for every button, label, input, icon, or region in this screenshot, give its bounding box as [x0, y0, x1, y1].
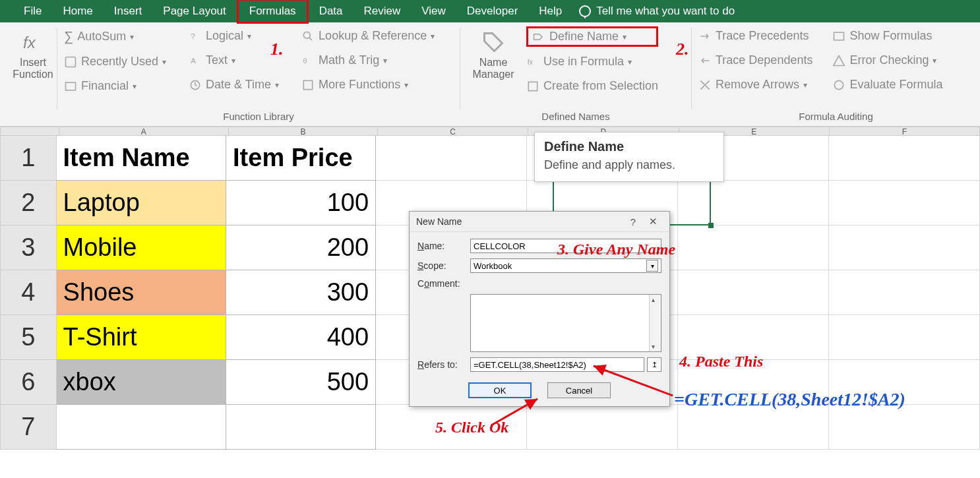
svg-rect-2 [66, 82, 76, 90]
autosum-button[interactable]: ∑ AutoSum▾ [64, 26, 166, 47]
cancel-button[interactable]: Cancel [547, 382, 611, 398]
cell-a6[interactable]: xbox [57, 360, 226, 405]
row-header[interactable]: 5 [0, 315, 57, 360]
insert-function-button[interactable]: fx Insert Function [7, 26, 59, 80]
cell-f3[interactable] [829, 225, 980, 270]
cell-f2[interactable] [829, 181, 980, 225]
mathtrig-button[interactable]: θ Math & Trig▾ [301, 51, 435, 70]
menu-insert[interactable]: Insert [104, 1, 153, 22]
text-icon: A [189, 54, 202, 67]
cell-a1[interactable]: Item Name [57, 136, 226, 181]
error-checking-button[interactable]: Error Checking▾ [832, 51, 942, 70]
evaluate-formula-button[interactable]: Evaluate Formula [832, 75, 942, 94]
cell-a3[interactable]: Mobile [57, 225, 226, 270]
cell-f1[interactable] [829, 136, 980, 181]
cell-b6[interactable]: 500 [226, 360, 376, 405]
cell-b4[interactable]: 300 [226, 270, 376, 315]
cell-b1[interactable]: Item Price [226, 136, 376, 181]
lookup-button[interactable]: Lookup & Reference▾ [301, 26, 435, 45]
dialog-close-button[interactable]: ✕ [643, 216, 663, 227]
sigma-icon: ∑ [64, 29, 73, 44]
trace-dependents-button[interactable]: Trace Dependents [698, 51, 812, 70]
define-name-tooltip: Define Name Define and apply names. [534, 132, 724, 182]
cell-e4[interactable] [678, 270, 829, 315]
cell-f7[interactable] [829, 405, 980, 450]
cell-b7[interactable] [226, 405, 376, 450]
comment-textarea[interactable] [470, 294, 661, 352]
text-button[interactable]: A Text▾ [189, 51, 279, 70]
cell-f4[interactable] [829, 270, 980, 315]
use-in-formula-button[interactable]: fx Use in Formula▾ [526, 52, 658, 71]
row-header[interactable]: 6 [0, 360, 57, 405]
fill-handle[interactable] [708, 223, 714, 228]
cell-e7[interactable] [678, 405, 829, 450]
row-header[interactable]: 3 [0, 225, 57, 270]
grid-row: 1Item NameItem Price [0, 136, 980, 181]
cell-a2[interactable]: Laptop [57, 181, 226, 225]
cell-b3[interactable]: 200 [226, 225, 376, 270]
scrollbar[interactable] [649, 295, 661, 351]
error-checking-icon [832, 54, 845, 67]
row-header[interactable]: 1 [0, 136, 57, 181]
col-header-c[interactable]: C [378, 127, 528, 136]
menu-page-layout[interactable]: Page Layout [152, 1, 236, 22]
show-formulas-label: Show Formulas [849, 29, 932, 43]
cell-e2[interactable] [678, 181, 829, 225]
refers-to-input[interactable] [470, 357, 644, 372]
scope-select[interactable]: Workbook ▾ [470, 258, 661, 273]
recently-used-button[interactable]: Recently Used▾ [64, 52, 166, 71]
financial-label: Financial [81, 79, 129, 93]
name-field-label: Name: [417, 241, 470, 251]
cell-b2[interactable]: 100 [226, 181, 376, 225]
row-header[interactable]: 4 [0, 270, 57, 315]
trace-dependents-icon [698, 54, 712, 67]
more-functions-button[interactable]: More Functions▾ [301, 75, 435, 94]
menu-file[interactable]: File [13, 1, 52, 22]
remove-arrows-button[interactable]: Remove Arrows▾ [698, 75, 812, 94]
cell-a5[interactable]: T-Shirt [57, 315, 226, 360]
cell-c1[interactable] [376, 136, 527, 181]
name-manager-button[interactable]: Name Manager [467, 26, 520, 108]
col-header-b[interactable]: B [229, 127, 378, 136]
menu-formulas[interactable]: Formulas [237, 0, 309, 24]
dialog-titlebar[interactable]: New Name ? ✕ [410, 212, 669, 232]
financial-icon [64, 80, 77, 93]
datetime-button[interactable]: Date & Time▾ [189, 75, 279, 94]
show-formulas-button[interactable]: Show Formulas [832, 26, 942, 45]
logical-button[interactable]: ? Logical▾ [189, 26, 279, 45]
define-name-button[interactable]: Define Name▾ [526, 26, 658, 47]
lookup-label: Lookup & Reference [319, 29, 427, 43]
formula-auditing-group-label: Formula Auditing [698, 108, 973, 126]
ribbon: fx Insert Function ∑ AutoSum▾ Recently U… [0, 22, 980, 127]
menu-data[interactable]: Data [309, 1, 353, 22]
range-picker-button[interactable]: ↥ [647, 357, 661, 372]
menu-developer[interactable]: Developer [456, 1, 529, 22]
lookup-icon [301, 30, 315, 43]
cell-a7[interactable] [57, 405, 226, 450]
comment-field-label: Comment: [417, 278, 470, 289]
trace-precedents-button[interactable]: Trace Precedents [698, 26, 812, 45]
menu-view[interactable]: View [411, 1, 456, 22]
cell-d7[interactable] [527, 405, 678, 450]
menu-review[interactable]: Review [353, 1, 412, 22]
col-header-a[interactable]: A [59, 127, 229, 136]
dialog-help-button[interactable]: ? [623, 216, 643, 227]
create-from-selection-button[interactable]: Create from Selection [526, 76, 658, 96]
svg-text:fx: fx [528, 58, 534, 66]
svg-text:θ: θ [303, 57, 307, 65]
cell-e3[interactable] [678, 225, 829, 270]
tell-me-search[interactable]: Tell me what you want to do [579, 5, 735, 18]
defined-names-group-label: Defined Names [467, 108, 685, 126]
select-all-corner[interactable] [0, 127, 59, 136]
row-header[interactable]: 2 [0, 181, 57, 225]
ok-button[interactable]: OK [468, 382, 532, 398]
menu-home[interactable]: Home [52, 1, 103, 22]
cell-f5[interactable] [829, 315, 980, 360]
financial-button[interactable]: Financial▾ [64, 76, 166, 96]
col-header-f[interactable]: F [830, 127, 980, 136]
datetime-label: Date & Time [206, 78, 271, 92]
cell-a4[interactable]: Shoes [57, 270, 226, 315]
cell-b5[interactable]: 400 [226, 315, 376, 360]
menu-help[interactable]: Help [528, 1, 572, 22]
row-header[interactable]: 7 [0, 405, 57, 450]
